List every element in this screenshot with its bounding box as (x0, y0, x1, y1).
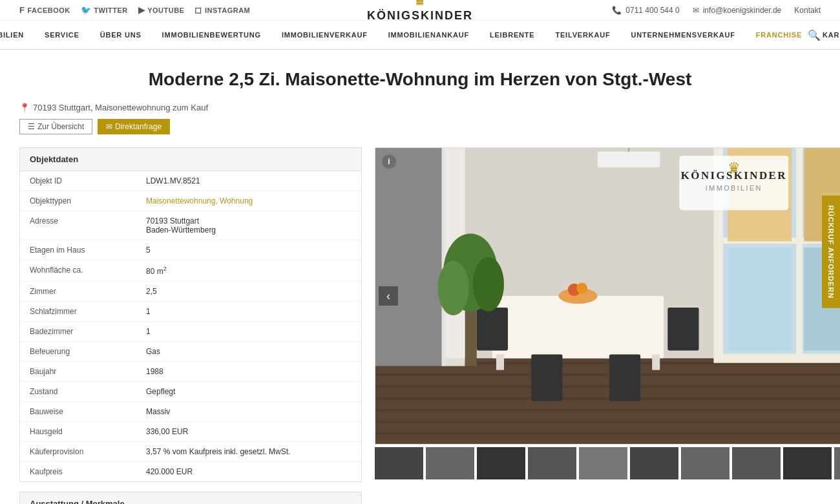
svg-rect-14 (796, 148, 803, 358)
svg-rect-27 (477, 308, 508, 350)
table-row: Hausgeld 336,00 EUR (20, 422, 361, 442)
field-value-adresse: 70193 StuttgartBaden-Württemberg (136, 211, 361, 240)
svg-rect-6 (375, 397, 840, 400)
email-link[interactable]: info@koenigskinder.de (703, 6, 782, 15)
svg-rect-25 (496, 354, 504, 370)
email-icon: ✉ (693, 6, 699, 15)
nav-item-immobilienverkauf[interactable]: IMMOBILIENVERKAUF (271, 21, 378, 49)
nav-item-unternehmensverkauf[interactable]: UNTERNEHMENSVERKAUF (620, 21, 745, 49)
twitter-label: TWITTER (94, 6, 127, 14)
thumbnail[interactable] (783, 447, 832, 479)
field-value-kaufpreis: 420.000 EUR (136, 462, 361, 481)
thumbnail[interactable] (579, 447, 627, 479)
nav-items: IMMOBILIEN SERVICE ÜBER UNS IMMOBILIENBE… (0, 21, 840, 49)
thumbnail[interactable] (375, 447, 423, 479)
field-value-objekttypen: Maisonettewohnung, Wohnung (136, 191, 361, 211)
page-address: 📍 70193 Stuttgart, Maisonettewohnung zum… (19, 103, 821, 112)
top-bar: f FACEBOOK 🐦 TWITTER ▶ YOUTUBE ◻ INSTAGR… (0, 0, 840, 21)
nav-item-leibrente[interactable]: LEIBRENTE (479, 21, 545, 49)
facebook-link[interactable]: f FACEBOOK (19, 5, 70, 15)
main-nav: IMMOBILIEN SERVICE ÜBER UNS IMMOBILIENBE… (0, 21, 840, 50)
table-row: Schlafzimmer 1 (20, 302, 361, 322)
svg-point-37 (473, 257, 504, 311)
nav-item-franchise[interactable]: FRANCHISE (746, 21, 812, 49)
svg-rect-5 (375, 386, 840, 388)
thumbnail[interactable] (630, 447, 678, 479)
youtube-label: YOUTUBE (147, 6, 184, 14)
inquiry-button[interactable]: ✉ Direktanfrage (98, 119, 170, 134)
nav-item-immobilienankauf[interactable]: IMMOBILIENANKAUF (378, 21, 479, 49)
instagram-link[interactable]: ◻ INSTAGRAM (194, 5, 250, 15)
object-data-table: Objekt ID LDW1.MV.8521 Objekttypen Maiso… (20, 171, 361, 481)
thumbnail[interactable] (426, 447, 474, 479)
field-label-objekttypen: Objekttypen (20, 191, 136, 211)
facebook-icon: f (19, 5, 25, 15)
nav-item-immobilien[interactable]: IMMOBILIEN (0, 21, 34, 49)
field-label-bauweise: Bauweise (20, 402, 136, 421)
field-value-kaeufer: 3,57 % vom Kaufpreis inkl. gesetzl. MwSt… (136, 442, 361, 461)
nav-item-immobilienbewertung[interactable]: IMMOBILIENBEWERTUNG (152, 21, 271, 49)
svg-rect-30 (609, 354, 640, 401)
room-image: KÖNIGSKINDER IMMOBILIEN ♛ (375, 148, 840, 444)
thumbnail[interactable] (834, 447, 840, 479)
property-image: i (375, 147, 840, 445)
field-label-objekt-id: Objekt ID (20, 171, 136, 191)
thumbnail[interactable] (477, 447, 525, 479)
table-row: Badezimmer 1 (20, 322, 361, 342)
thumbnail-strip (375, 447, 840, 479)
thumbnail[interactable] (528, 447, 576, 479)
overview-button[interactable]: ☰ Zur Übersicht (19, 119, 92, 134)
thumbnail[interactable] (732, 447, 781, 479)
twitter-icon: 🐦 (81, 5, 92, 15)
nav-item-teilverkauf[interactable]: TEILVERKAUF (545, 21, 620, 49)
svg-text:♛: ♛ (728, 160, 740, 176)
field-value-hausgeld: 336,00 EUR (136, 422, 361, 441)
overview-icon: ☰ (28, 122, 35, 131)
youtube-icon: ▶ (138, 5, 145, 15)
twitter-link[interactable]: 🐦 TWITTER (81, 5, 128, 15)
table-row: Objekttypen Maisonettewohnung, Wohnung (20, 191, 361, 211)
field-label-adresse: Adresse (20, 211, 136, 240)
svg-rect-2 (375, 358, 840, 444)
field-value-zimmer: 2,5 (136, 282, 361, 301)
field-value-etagen: 5 (136, 240, 361, 260)
logo-crown-icon: ♛ (413, 0, 427, 9)
youtube-link[interactable]: ▶ YOUTUBE (138, 5, 185, 15)
location-pin-icon: 📍 (19, 103, 30, 112)
field-label-baujahr: Baujahr (20, 362, 136, 381)
callback-sidebar[interactable]: RÜCKRUF ANFORDERN (822, 196, 840, 308)
table-row: Objekt ID LDW1.MV.8521 (20, 171, 361, 191)
field-value-schlafzimmer: 1 (136, 302, 361, 321)
nav-item-ueber-uns[interactable]: ÜBER UNS (90, 21, 152, 49)
svg-rect-4 (375, 374, 840, 377)
table-row: Wohnfläche ca. 80 m2 (20, 260, 361, 282)
field-label-zustand: Zustand (20, 382, 136, 401)
left-panel: Objektdaten Objekt ID LDW1.MV.8521 Objek… (19, 147, 362, 504)
field-value-objekt-id: LDW1.MV.8521 (136, 171, 361, 191)
field-label-wohnflaeche: Wohnfläche ca. (20, 260, 136, 281)
objekttypen-link[interactable]: Maisonettewohnung, Wohnung (146, 196, 253, 205)
svg-rect-24 (492, 296, 664, 358)
phone-info: 📞 0711 400 544 0 (612, 6, 679, 15)
object-data-section: Objektdaten Objekt ID LDW1.MV.8521 Objek… (19, 147, 362, 482)
svg-point-36 (437, 261, 468, 315)
table-row: Kaufpreis 420.000 EUR (20, 462, 361, 481)
table-row: Baujahr 1988 (20, 362, 361, 382)
search-icon[interactable]: 🔍 (808, 29, 821, 41)
info-button[interactable]: i (382, 154, 396, 169)
table-row: Bauweise Massiv (20, 402, 361, 422)
phone-number: 0711 400 544 0 (625, 6, 679, 15)
svg-rect-29 (531, 354, 562, 401)
prev-button[interactable]: ‹ (379, 286, 398, 306)
facebook-label: FACEBOOK (27, 6, 70, 14)
features-header: Ausstattung / Merkmale (20, 492, 361, 504)
object-data-header: Objektdaten (20, 148, 361, 171)
email-info: ✉ info@koenigskinder.de (693, 6, 782, 15)
right-panel: i (375, 147, 840, 504)
nav-item-service[interactable]: SERVICE (34, 21, 90, 49)
contact-link[interactable]: Kontakt (794, 6, 821, 15)
field-label-kaufpreis: Kaufpreis (20, 462, 136, 481)
svg-rect-28 (667, 308, 698, 350)
thumbnail[interactable] (681, 447, 730, 479)
table-row: Etagen im Haus 5 (20, 240, 361, 260)
